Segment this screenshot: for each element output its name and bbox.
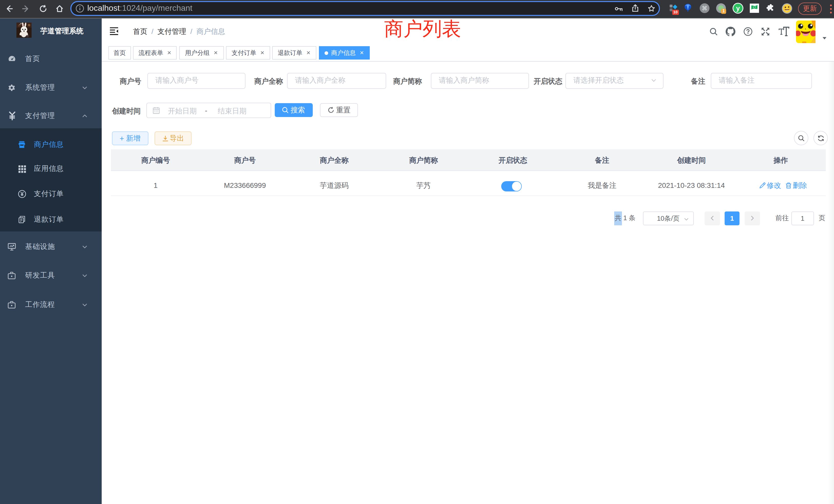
svg-text:y: y [736,4,740,12]
svg-text:⌘: ⌘ [702,5,707,12]
